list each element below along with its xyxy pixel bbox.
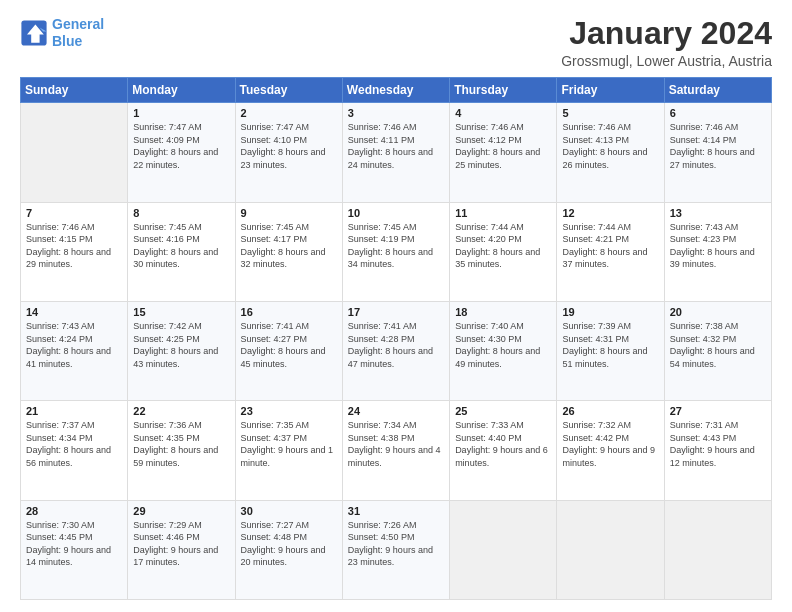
day-number: 25 (455, 405, 551, 417)
day-info: Sunrise: 7:26 AMSunset: 4:50 PMDaylight:… (348, 519, 444, 569)
calendar-cell: 7Sunrise: 7:46 AMSunset: 4:15 PMDaylight… (21, 202, 128, 301)
day-info: Sunrise: 7:29 AMSunset: 4:46 PMDaylight:… (133, 519, 229, 569)
week-row-5: 28Sunrise: 7:30 AMSunset: 4:45 PMDayligh… (21, 500, 772, 599)
day-header-friday: Friday (557, 78, 664, 103)
day-number: 22 (133, 405, 229, 417)
calendar-cell: 18Sunrise: 7:40 AMSunset: 4:30 PMDayligh… (450, 301, 557, 400)
day-info: Sunrise: 7:46 AMSunset: 4:12 PMDaylight:… (455, 121, 551, 171)
day-info: Sunrise: 7:45 AMSunset: 4:19 PMDaylight:… (348, 221, 444, 271)
day-number: 6 (670, 107, 766, 119)
day-info: Sunrise: 7:27 AMSunset: 4:48 PMDaylight:… (241, 519, 337, 569)
day-info: Sunrise: 7:44 AMSunset: 4:20 PMDaylight:… (455, 221, 551, 271)
day-info: Sunrise: 7:45 AMSunset: 4:16 PMDaylight:… (133, 221, 229, 271)
logo-text: General Blue (52, 16, 104, 50)
calendar-cell: 2Sunrise: 7:47 AMSunset: 4:10 PMDaylight… (235, 103, 342, 202)
day-number: 28 (26, 505, 122, 517)
day-number: 3 (348, 107, 444, 119)
calendar-cell: 8Sunrise: 7:45 AMSunset: 4:16 PMDaylight… (128, 202, 235, 301)
calendar-body: 1Sunrise: 7:47 AMSunset: 4:09 PMDaylight… (21, 103, 772, 600)
calendar-table: SundayMondayTuesdayWednesdayThursdayFrid… (20, 77, 772, 600)
day-info: Sunrise: 7:33 AMSunset: 4:40 PMDaylight:… (455, 419, 551, 469)
day-header-wednesday: Wednesday (342, 78, 449, 103)
day-number: 20 (670, 306, 766, 318)
day-info: Sunrise: 7:44 AMSunset: 4:21 PMDaylight:… (562, 221, 658, 271)
day-number: 16 (241, 306, 337, 318)
title-area: January 2024 Grossmugl, Lower Austria, A… (561, 16, 772, 69)
calendar-cell: 24Sunrise: 7:34 AMSunset: 4:38 PMDayligh… (342, 401, 449, 500)
calendar-cell: 28Sunrise: 7:30 AMSunset: 4:45 PMDayligh… (21, 500, 128, 599)
calendar-cell: 10Sunrise: 7:45 AMSunset: 4:19 PMDayligh… (342, 202, 449, 301)
calendar-cell: 25Sunrise: 7:33 AMSunset: 4:40 PMDayligh… (450, 401, 557, 500)
day-header-tuesday: Tuesday (235, 78, 342, 103)
calendar-header: SundayMondayTuesdayWednesdayThursdayFrid… (21, 78, 772, 103)
day-number: 12 (562, 207, 658, 219)
day-info: Sunrise: 7:32 AMSunset: 4:42 PMDaylight:… (562, 419, 658, 469)
calendar-cell: 4Sunrise: 7:46 AMSunset: 4:12 PMDaylight… (450, 103, 557, 202)
day-info: Sunrise: 7:36 AMSunset: 4:35 PMDaylight:… (133, 419, 229, 469)
day-info: Sunrise: 7:35 AMSunset: 4:37 PMDaylight:… (241, 419, 337, 469)
day-header-thursday: Thursday (450, 78, 557, 103)
day-number: 26 (562, 405, 658, 417)
header: General Blue January 2024 Grossmugl, Low… (20, 16, 772, 69)
calendar-cell: 11Sunrise: 7:44 AMSunset: 4:20 PMDayligh… (450, 202, 557, 301)
day-header-monday: Monday (128, 78, 235, 103)
subtitle: Grossmugl, Lower Austria, Austria (561, 53, 772, 69)
calendar-cell: 14Sunrise: 7:43 AMSunset: 4:24 PMDayligh… (21, 301, 128, 400)
calendar-cell: 26Sunrise: 7:32 AMSunset: 4:42 PMDayligh… (557, 401, 664, 500)
calendar-cell: 23Sunrise: 7:35 AMSunset: 4:37 PMDayligh… (235, 401, 342, 500)
calendar-cell: 21Sunrise: 7:37 AMSunset: 4:34 PMDayligh… (21, 401, 128, 500)
day-info: Sunrise: 7:45 AMSunset: 4:17 PMDaylight:… (241, 221, 337, 271)
calendar-cell: 19Sunrise: 7:39 AMSunset: 4:31 PMDayligh… (557, 301, 664, 400)
day-number: 2 (241, 107, 337, 119)
logo-line1: General (52, 16, 104, 32)
calendar-cell: 16Sunrise: 7:41 AMSunset: 4:27 PMDayligh… (235, 301, 342, 400)
day-number: 23 (241, 405, 337, 417)
day-number: 24 (348, 405, 444, 417)
calendar-cell: 1Sunrise: 7:47 AMSunset: 4:09 PMDaylight… (128, 103, 235, 202)
day-info: Sunrise: 7:46 AMSunset: 4:11 PMDaylight:… (348, 121, 444, 171)
day-info: Sunrise: 7:39 AMSunset: 4:31 PMDaylight:… (562, 320, 658, 370)
day-info: Sunrise: 7:43 AMSunset: 4:24 PMDaylight:… (26, 320, 122, 370)
day-info: Sunrise: 7:34 AMSunset: 4:38 PMDaylight:… (348, 419, 444, 469)
day-number: 4 (455, 107, 551, 119)
calendar-cell (664, 500, 771, 599)
day-number: 5 (562, 107, 658, 119)
day-info: Sunrise: 7:37 AMSunset: 4:34 PMDaylight:… (26, 419, 122, 469)
day-number: 14 (26, 306, 122, 318)
calendar-cell: 22Sunrise: 7:36 AMSunset: 4:35 PMDayligh… (128, 401, 235, 500)
day-number: 13 (670, 207, 766, 219)
logo: General Blue (20, 16, 104, 50)
day-header-sunday: Sunday (21, 78, 128, 103)
calendar-cell: 9Sunrise: 7:45 AMSunset: 4:17 PMDaylight… (235, 202, 342, 301)
day-info: Sunrise: 7:31 AMSunset: 4:43 PMDaylight:… (670, 419, 766, 469)
day-number: 31 (348, 505, 444, 517)
day-header-saturday: Saturday (664, 78, 771, 103)
main-title: January 2024 (561, 16, 772, 51)
logo-icon (20, 19, 48, 47)
day-number: 10 (348, 207, 444, 219)
day-info: Sunrise: 7:47 AMSunset: 4:09 PMDaylight:… (133, 121, 229, 171)
day-number: 9 (241, 207, 337, 219)
calendar-cell: 5Sunrise: 7:46 AMSunset: 4:13 PMDaylight… (557, 103, 664, 202)
calendar-cell: 20Sunrise: 7:38 AMSunset: 4:32 PMDayligh… (664, 301, 771, 400)
day-info: Sunrise: 7:47 AMSunset: 4:10 PMDaylight:… (241, 121, 337, 171)
calendar-cell: 27Sunrise: 7:31 AMSunset: 4:43 PMDayligh… (664, 401, 771, 500)
calendar-cell: 30Sunrise: 7:27 AMSunset: 4:48 PMDayligh… (235, 500, 342, 599)
day-info: Sunrise: 7:41 AMSunset: 4:28 PMDaylight:… (348, 320, 444, 370)
day-info: Sunrise: 7:41 AMSunset: 4:27 PMDaylight:… (241, 320, 337, 370)
day-number: 1 (133, 107, 229, 119)
calendar-cell: 12Sunrise: 7:44 AMSunset: 4:21 PMDayligh… (557, 202, 664, 301)
day-number: 11 (455, 207, 551, 219)
day-number: 8 (133, 207, 229, 219)
calendar-cell: 3Sunrise: 7:46 AMSunset: 4:11 PMDaylight… (342, 103, 449, 202)
day-header-row: SundayMondayTuesdayWednesdayThursdayFrid… (21, 78, 772, 103)
calendar-cell: 15Sunrise: 7:42 AMSunset: 4:25 PMDayligh… (128, 301, 235, 400)
calendar-cell: 31Sunrise: 7:26 AMSunset: 4:50 PMDayligh… (342, 500, 449, 599)
day-info: Sunrise: 7:30 AMSunset: 4:45 PMDaylight:… (26, 519, 122, 569)
day-info: Sunrise: 7:40 AMSunset: 4:30 PMDaylight:… (455, 320, 551, 370)
week-row-4: 21Sunrise: 7:37 AMSunset: 4:34 PMDayligh… (21, 401, 772, 500)
week-row-2: 7Sunrise: 7:46 AMSunset: 4:15 PMDaylight… (21, 202, 772, 301)
day-number: 17 (348, 306, 444, 318)
calendar-cell (21, 103, 128, 202)
day-info: Sunrise: 7:46 AMSunset: 4:14 PMDaylight:… (670, 121, 766, 171)
